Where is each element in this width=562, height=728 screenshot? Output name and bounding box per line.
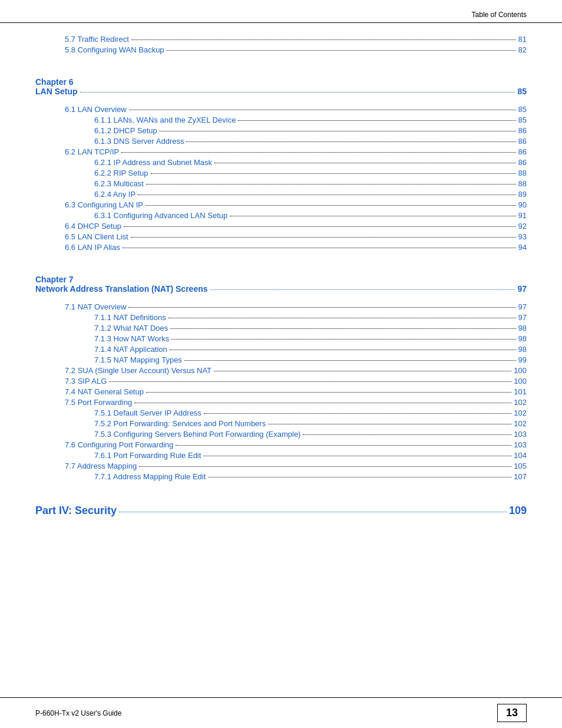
toc-entry-label[interactable]: 6.1 LAN Overview [35, 105, 127, 114]
toc-entry: 7.6 Configuring Port Forwarding103 [35, 440, 527, 449]
toc-entry-label[interactable]: 7.1.3 How NAT Works [35, 334, 169, 343]
toc-entry-page: 101 [514, 387, 527, 396]
toc-dots [80, 92, 515, 93]
toc-entry: 6.2.3 Multicast88 [35, 179, 527, 188]
toc-entry-page: 85 [518, 116, 527, 124]
toc-entry-page: 100 [514, 377, 527, 386]
toc-entry-label[interactable]: 7.1 NAT Overview [35, 302, 126, 311]
toc-entry-label[interactable]: 6.2.1 IP Address and Subnet Mask [35, 158, 212, 167]
toc-entry: 6.5 LAN Client List93 [35, 232, 527, 241]
chapter-label: Chapter 7 [35, 275, 527, 284]
parts-container: Part IV: Security109 [35, 505, 527, 517]
toc-dots [214, 371, 511, 371]
chapter-title-page: 97 [517, 284, 527, 294]
toc-entry-label[interactable]: 7.1.2 What NAT Does [35, 324, 168, 332]
toc-entry-page: 105 [514, 462, 527, 470]
toc-dots [238, 120, 515, 121]
toc-entry-label[interactable]: 6.6 LAN IP Alias [35, 243, 120, 252]
toc-dots [168, 318, 516, 318]
toc-entry: 7.1.2 What NAT Does98 [35, 324, 527, 332]
toc-entry-label[interactable]: 7.2 SUA (Single User Account) Versus NAT [35, 366, 211, 375]
toc-entry-label[interactable]: 7.5.2 Port Forwarding: Services and Port… [35, 419, 266, 428]
part-label[interactable]: Part IV: Security [35, 505, 117, 517]
toc-entry-label[interactable]: 7.6.1 Port Forwarding Rule Edit [35, 451, 201, 460]
part-section: Part IV: Security109 [35, 505, 527, 517]
toc-entry: 7.4 NAT General Setup101 [35, 387, 527, 396]
toc-content: 5.7 Traffic Redirect815.8 Configuring WA… [0, 23, 562, 558]
toc-entry-page: 86 [518, 126, 527, 135]
toc-dots [146, 184, 516, 185]
toc-entry-label[interactable]: 6.2.4 Any IP [35, 190, 135, 199]
toc-entry-label[interactable]: 6.2.3 Multicast [35, 179, 144, 188]
toc-entry: 6.3.1 Configuring Advanced LAN Setup91 [35, 211, 527, 220]
toc-entry-page: 81 [518, 35, 527, 44]
toc-entry: 7.1.1 NAT Definitions97 [35, 313, 527, 322]
toc-entry-page: 85 [518, 105, 527, 114]
toc-entry-page: 86 [518, 147, 527, 156]
toc-entry-label[interactable]: 7.1.5 NAT Mapping Types [35, 355, 182, 364]
toc-entry: 7.1.5 NAT Mapping Types99 [35, 355, 527, 364]
toc-entry-page: 88 [518, 169, 527, 177]
toc-entry: 6.2.4 Any IP89 [35, 190, 527, 199]
toc-entry-label[interactable]: 7.3 SIP ALG [35, 377, 107, 386]
toc-dots [170, 328, 515, 329]
toc-dots [128, 307, 515, 308]
toc-entry: 5.8 Configuring WAN Backup82 [35, 45, 527, 54]
toc-entry-page: 82 [518, 45, 527, 54]
toc-entry-label[interactable]: 6.1.1 LANs, WANs and the ZyXEL Device [35, 116, 236, 124]
toc-entry: 7.1.3 How NAT Works98 [35, 334, 527, 343]
toc-dots [151, 173, 516, 174]
toc-entry-label[interactable]: 7.6 Configuring Port Forwarding [35, 440, 173, 449]
toc-entry-label[interactable]: 7.7.1 Address Mapping Rule Edit [35, 472, 206, 481]
toc-entry: 6.1.2 DHCP Setup86 [35, 126, 527, 135]
toc-entry-label[interactable]: 5.8 Configuring WAN Backup [35, 45, 164, 54]
toc-entry-label[interactable]: 6.2 LAN TCP/IP [35, 147, 119, 156]
toc-entry-label[interactable]: 7.5.1 Default Server IP Address [35, 409, 201, 417]
chapter-label-text[interactable]: Chapter 7 [35, 275, 74, 284]
toc-entry-label[interactable]: 6.3 Configuring LAN IP [35, 200, 143, 209]
toc-entry-page: 104 [514, 451, 527, 460]
toc-entry-page: 100 [514, 366, 527, 375]
toc-entry-label[interactable]: 7.7 Address Mapping [35, 462, 137, 470]
toc-entry-label[interactable]: 6.1.2 DHCP Setup [35, 126, 157, 135]
toc-entry: 7.3 SIP ALG100 [35, 377, 527, 386]
toc-dots [176, 445, 511, 446]
toc-dots [129, 110, 516, 110]
toc-entry-label[interactable]: 6.2.2 RIP Setup [35, 169, 148, 177]
toc-dots [146, 392, 511, 393]
toc-entry-label[interactable]: 7.5.3 Configuring Servers Behind Port Fo… [35, 430, 300, 439]
toc-entry: 6.1.3 DNS Server Address86 [35, 137, 527, 146]
toc-entry-label[interactable]: 5.7 Traffic Redirect [35, 35, 129, 44]
toc-entry-page: 98 [518, 334, 527, 343]
toc-entry: 7.7 Address Mapping105 [35, 462, 527, 470]
toc-entry-label[interactable]: 6.4 DHCP Setup [35, 222, 121, 230]
toc-entry: 5.7 Traffic Redirect81 [35, 35, 527, 44]
toc-entry-page: 90 [518, 200, 527, 209]
toc-entry-label[interactable]: 7.4 NAT General Setup [35, 387, 144, 396]
page-footer: P-660H-Tx v2 User's Guide 13 [0, 697, 562, 728]
toc-entry-page: 93 [518, 232, 527, 241]
chapter-title-label[interactable]: LAN Setup [35, 87, 78, 96]
toc-entry-page: 99 [518, 355, 527, 364]
toc-entry: 7.7.1 Address Mapping Rule Edit107 [35, 472, 527, 481]
toc-entry: 6.3 Configuring LAN IP90 [35, 200, 527, 209]
toc-entry-label[interactable]: 7.1.4 NAT Application [35, 345, 167, 354]
chapter-title-label[interactable]: Network Address Translation (NAT) Screen… [35, 284, 208, 294]
toc-entry-label[interactable]: 6.3.1 Configuring Advanced LAN Setup [35, 211, 227, 220]
toc-entry-page: 102 [514, 419, 527, 428]
chapter-label: Chapter 6 [35, 77, 527, 87]
toc-entry-label[interactable]: 6.5 LAN Client List [35, 232, 128, 241]
toc-entry-page: 107 [514, 472, 527, 481]
toc-dots [184, 360, 516, 361]
toc-dots [186, 141, 515, 142]
toc-dots [204, 413, 511, 414]
toc-entry: 6.2.2 RIP Setup88 [35, 169, 527, 177]
chapter-label-text[interactable]: Chapter 6 [35, 77, 74, 87]
toc-entry-label[interactable]: 7.5 Port Forwarding [35, 398, 132, 407]
toc-entry: 6.1.1 LANs, WANs and the ZyXEL Device85 [35, 116, 527, 124]
toc-entry: 7.5.3 Configuring Servers Behind Port Fo… [35, 430, 527, 439]
toc-entry-label[interactable]: 7.1.1 NAT Definitions [35, 313, 166, 322]
toc-entry-label[interactable]: 6.1.3 DNS Server Address [35, 137, 184, 146]
toc-dots [210, 289, 515, 290]
toc-entry-page: 103 [514, 440, 527, 449]
